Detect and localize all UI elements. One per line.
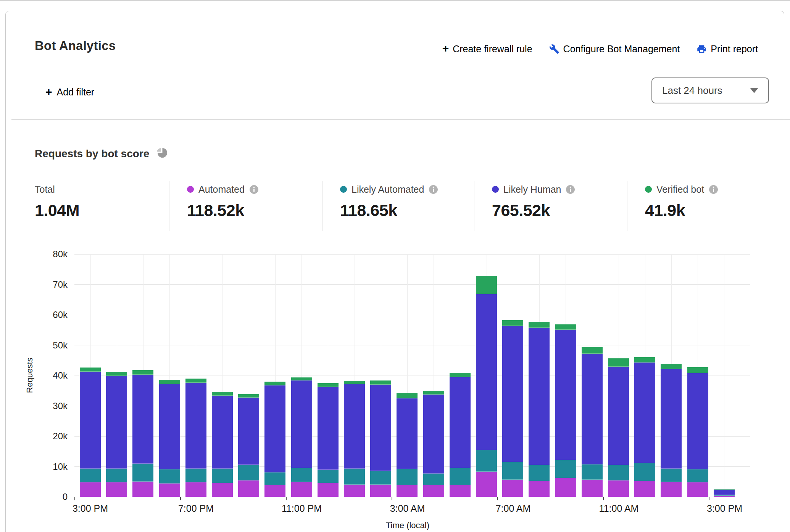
- bar-segment-verified-bot[interactable]: [502, 320, 523, 326]
- bar-segment-verified-bot[interactable]: [450, 373, 471, 377]
- bar-segment-likely-automated[interactable]: [555, 460, 576, 478]
- bar-segment-automated[interactable]: [238, 480, 259, 497]
- bar-3-00-pm[interactable]: [80, 368, 101, 497]
- bar-segment-likely-human[interactable]: [159, 384, 180, 469]
- bar-segment-likely-automated[interactable]: [238, 465, 259, 480]
- bar-segment-verified-bot[interactable]: [370, 380, 391, 385]
- bar-segment-likely-human[interactable]: [185, 383, 206, 469]
- bar-3-00-pm[interactable]: [714, 489, 735, 497]
- bar-segment-likely-automated[interactable]: [185, 469, 206, 482]
- bar-segment-likely-automated[interactable]: [397, 469, 418, 485]
- bar-segment-likely-automated[interactable]: [80, 469, 101, 482]
- bar-1-00-pm[interactable]: [661, 364, 682, 497]
- bar-segment-automated[interactable]: [634, 481, 655, 497]
- bar-segment-likely-human[interactable]: [132, 375, 153, 463]
- bar-9-00-am[interactable]: [555, 324, 576, 497]
- bar-segment-likely-automated[interactable]: [502, 462, 523, 480]
- bar-segment-likely-automated[interactable]: [476, 450, 497, 472]
- configure-bot-management-link[interactable]: Configure Bot Management: [549, 44, 680, 55]
- bar-11-00-am[interactable]: [608, 358, 629, 497]
- bar-segment-verified-bot[interactable]: [264, 382, 285, 385]
- stat-likely-automated[interactable]: Likely Automated 118.65k: [340, 183, 438, 220]
- bar-segment-likely-human[interactable]: [238, 398, 259, 465]
- bar-segment-likely-automated[interactable]: [370, 471, 391, 485]
- bar-segment-verified-bot[interactable]: [80, 368, 101, 371]
- bar-segment-likely-human[interactable]: [714, 490, 735, 495]
- bar-segment-automated[interactable]: [555, 478, 576, 497]
- create-firewall-rule-link[interactable]: + Create firewall rule: [442, 43, 532, 55]
- bar-segment-verified-bot[interactable]: [185, 379, 206, 383]
- bar-segment-verified-bot[interactable]: [291, 377, 312, 380]
- bar-segment-automated[interactable]: [132, 482, 153, 497]
- bar-segment-likely-automated[interactable]: [264, 472, 285, 485]
- bar-segment-automated[interactable]: [582, 480, 603, 497]
- time-range-select[interactable]: Last 24 hours: [651, 77, 769, 103]
- bar-segment-automated[interactable]: [318, 483, 339, 497]
- bar-3-00-am[interactable]: [397, 393, 418, 497]
- add-filter-button[interactable]: + Add filter: [35, 80, 105, 105]
- bar-segment-verified-bot[interactable]: [238, 394, 259, 398]
- bar-segment-verified-bot[interactable]: [318, 383, 339, 387]
- print-report-link[interactable]: Print report: [696, 44, 758, 55]
- bar-segment-verified-bot[interactable]: [687, 367, 708, 373]
- bar-4-00-pm[interactable]: [106, 372, 127, 497]
- stat-likely-human[interactable]: Likely Human 765.52k: [492, 183, 575, 220]
- bar-4-00-am[interactable]: [423, 391, 444, 497]
- bar-segment-likely-human[interactable]: [529, 328, 550, 465]
- info-icon[interactable]: [709, 185, 718, 194]
- bar-segment-verified-bot[interactable]: [212, 392, 233, 396]
- bar-segment-likely-human[interactable]: [608, 367, 629, 465]
- stat-verified-bot[interactable]: Verified bot 41.9k: [645, 183, 718, 220]
- bar-segment-likely-human[interactable]: [476, 294, 497, 450]
- bar-segment-likely-automated[interactable]: [132, 464, 153, 482]
- bar-segment-verified-bot[interactable]: [555, 324, 576, 330]
- bar-segment-automated[interactable]: [291, 482, 312, 497]
- bar-6-00-am[interactable]: [476, 276, 497, 497]
- bar-segment-automated[interactable]: [212, 483, 233, 497]
- bar-segment-verified-bot[interactable]: [106, 372, 127, 376]
- bar-segment-likely-human[interactable]: [450, 377, 471, 468]
- bar-segment-automated[interactable]: [502, 480, 523, 497]
- bar-segment-verified-bot[interactable]: [423, 391, 444, 395]
- bar-segment-verified-bot[interactable]: [397, 393, 418, 398]
- bar-segment-likely-automated[interactable]: [291, 468, 312, 482]
- bar-2-00-am[interactable]: [370, 380, 391, 497]
- bar-8-00-pm[interactable]: [212, 392, 233, 497]
- bar-segment-likely-automated[interactable]: [159, 469, 180, 484]
- bar-segment-automated[interactable]: [529, 481, 550, 497]
- bar-segment-automated[interactable]: [687, 482, 708, 497]
- bar-segment-automated[interactable]: [80, 482, 101, 497]
- bar-8-00-am[interactable]: [529, 322, 550, 497]
- bar-7-00-pm[interactable]: [185, 379, 206, 497]
- bar-segment-likely-human[interactable]: [423, 395, 444, 474]
- bar-segment-automated[interactable]: [397, 485, 418, 497]
- bar-2-00-pm[interactable]: [687, 367, 708, 497]
- bar-10-00-am[interactable]: [582, 347, 603, 497]
- bar-segment-verified-bot[interactable]: [159, 380, 180, 384]
- bar-segment-likely-automated[interactable]: [661, 469, 682, 482]
- bar-segment-automated[interactable]: [476, 472, 497, 497]
- bar-segment-automated[interactable]: [264, 485, 285, 497]
- bar-12-00-pm[interactable]: [634, 357, 655, 497]
- info-icon[interactable]: [429, 185, 438, 194]
- bar-segment-likely-human[interactable]: [582, 354, 603, 464]
- bar-segment-verified-bot[interactable]: [714, 489, 735, 490]
- bar-segment-likely-automated[interactable]: [450, 468, 471, 485]
- bar-segment-verified-bot[interactable]: [661, 364, 682, 369]
- bar-segment-likely-human[interactable]: [212, 396, 233, 469]
- bar-segment-likely-human[interactable]: [80, 372, 101, 469]
- bar-segment-likely-human[interactable]: [344, 384, 365, 469]
- bar-segment-automated[interactable]: [423, 485, 444, 497]
- bar-segment-automated[interactable]: [159, 484, 180, 497]
- bar-segment-likely-automated[interactable]: [344, 469, 365, 485]
- bar-segment-likely-automated[interactable]: [582, 464, 603, 480]
- bar-1-00-am[interactable]: [344, 381, 365, 497]
- bar-segment-likely-human[interactable]: [555, 330, 576, 460]
- bar-10-00-pm[interactable]: [264, 382, 285, 497]
- bar-7-00-am[interactable]: [502, 320, 523, 497]
- bar-segment-likely-human[interactable]: [661, 369, 682, 469]
- bar-segment-likely-human[interactable]: [687, 373, 708, 470]
- bar-segment-verified-bot[interactable]: [476, 276, 497, 294]
- bar-segment-likely-automated[interactable]: [423, 474, 444, 485]
- bar-segment-likely-automated[interactable]: [212, 469, 233, 483]
